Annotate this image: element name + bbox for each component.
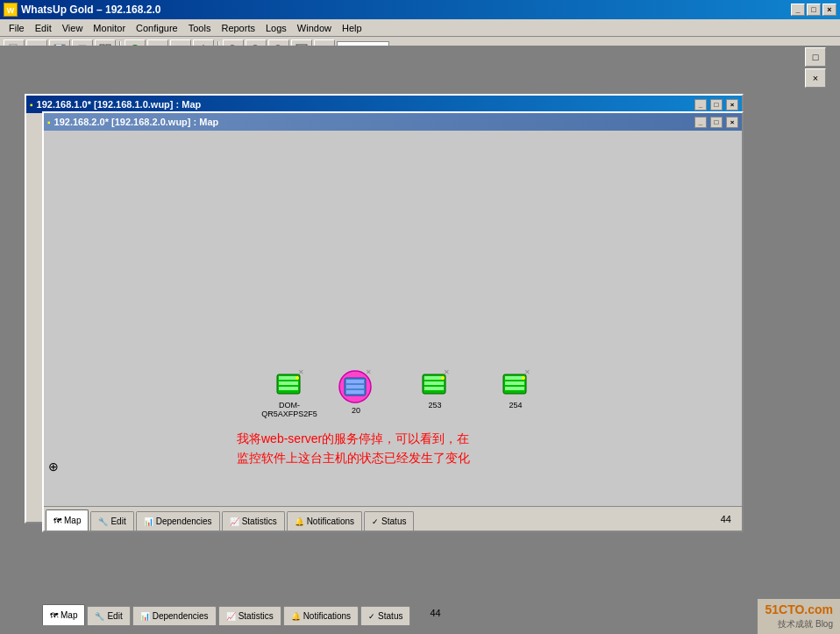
svg-rect-34 bbox=[279, 381, 298, 385]
inner-tab-count: 44 bbox=[721, 514, 731, 524]
outer-tab-map-icon: 🗺 bbox=[50, 611, 58, 620]
device-dom-label: DOM-QR5AXFPS2F5 bbox=[254, 401, 324, 418]
outer-tab-statistics[interactable]: 📈 Statistics bbox=[218, 606, 281, 625]
device-253[interactable]: ✕ 253 bbox=[419, 367, 451, 410]
outer-tab-dependencies-label: Dependencies bbox=[153, 611, 209, 621]
tab-map[interactable]: 🗺 Map bbox=[46, 509, 89, 531]
outer-tab-status[interactable]: ✓ Status bbox=[360, 606, 410, 625]
svg-rect-45 bbox=[424, 376, 444, 380]
close-button[interactable]: × bbox=[822, 4, 836, 16]
main-window: W WhatsUp Gold – 192.168.2.0 _ □ × File … bbox=[0, 0, 840, 634]
svg-rect-46 bbox=[424, 381, 444, 385]
menu-logs[interactable]: Logs bbox=[260, 20, 292, 36]
app-title: WhatsUp Gold – 192.168.2.0 bbox=[21, 4, 160, 16]
inner-window-2-close[interactable]: × bbox=[726, 117, 738, 128]
inner-window-1-minimize[interactable]: _ bbox=[694, 99, 707, 110]
outer-tab-edit[interactable]: 🔧 Edit bbox=[87, 606, 130, 625]
tab-statistics-label: Statistics bbox=[242, 516, 277, 526]
svg-rect-35 bbox=[279, 387, 298, 390]
tab-notifications-icon: 🔔 bbox=[295, 517, 304, 526]
tab-status[interactable]: ✓ Status bbox=[364, 511, 414, 531]
menu-edit[interactable]: Edit bbox=[30, 20, 57, 36]
tab-dependencies-label: Dependencies bbox=[156, 516, 212, 526]
inner-window-1-icon: ▪ bbox=[30, 100, 33, 110]
app-icon: W bbox=[4, 3, 18, 17]
svg-rect-40 bbox=[346, 380, 364, 383]
device-254-icon: ✕ bbox=[500, 367, 531, 399]
watermark: 51CTO.com 技术成就 Blog bbox=[758, 599, 840, 634]
svg-rect-52 bbox=[505, 381, 524, 385]
inner-window-1-title: 192.168.1.0* [192.168.1.0.wup] : Map bbox=[37, 99, 202, 110]
svg-point-36 bbox=[295, 376, 299, 380]
watermark-sub: 技术成就 Blog bbox=[778, 618, 833, 630]
tab-edit-label: Edit bbox=[110, 516, 125, 526]
inner-window-2-title-left: ▪ 192.168.2.0* [192.168.2.0.wup] : Map bbox=[47, 117, 218, 127]
tab-status-label: Status bbox=[381, 516, 406, 526]
menu-window[interactable]: Window bbox=[292, 20, 337, 36]
tab-status-icon: ✓ bbox=[372, 517, 379, 526]
inner-window-2-minimize[interactable]: _ bbox=[694, 117, 707, 128]
outer-tab-notifications-icon: 🔔 bbox=[291, 612, 301, 621]
inner-tab-bar: 🗺 Map 🔧 Edit 📊 Dependencies 📈 Statistics… bbox=[44, 506, 742, 531]
outer-tab-edit-icon: 🔧 bbox=[95, 612, 104, 621]
minimize-button[interactable]: _ bbox=[791, 4, 805, 16]
tab-dependencies[interactable]: 📊 Dependencies bbox=[136, 511, 220, 531]
inner-window-1-maximize[interactable]: □ bbox=[710, 99, 723, 110]
tab-notifications-label: Notifications bbox=[307, 516, 354, 526]
device-dom[interactable]: ✕ DOM-QR5AXFPS2F5 bbox=[254, 367, 324, 418]
tab-edit-icon: 🔧 bbox=[98, 517, 108, 526]
inner-window-2-maximize[interactable]: □ bbox=[710, 117, 723, 128]
device-254-label: 254 bbox=[509, 401, 522, 410]
outer-tab-statistics-icon: 📈 bbox=[226, 612, 236, 621]
map-content: ✕ DOM-QR5AXFPS2F5 ✕ bbox=[44, 131, 742, 504]
outer-tab-bar: 🗺 Map 🔧 Edit 📊 Dependencies 📈 Statistics… bbox=[42, 601, 441, 625]
tab-map-icon: 🗺 bbox=[53, 516, 61, 525]
content-area: □ × ▪ 192.168.1.0* [192.168.1.0.wup] : M… bbox=[0, 46, 840, 634]
menu-monitor[interactable]: Monitor bbox=[88, 20, 131, 36]
resize-restore-button[interactable]: □ bbox=[805, 47, 826, 67]
inner-window-2-title: 192.168.2.0* [192.168.2.0.wup] : Map bbox=[54, 117, 219, 127]
menu-file[interactable]: File bbox=[4, 20, 30, 36]
outer-tab-map[interactable]: 🗺 Map bbox=[42, 604, 85, 625]
device-253-icon: ✕ bbox=[419, 367, 451, 399]
menu-configure[interactable]: Configure bbox=[131, 20, 183, 36]
tab-edit[interactable]: 🔧 Edit bbox=[90, 511, 133, 531]
outer-tab-count: 44 bbox=[430, 608, 440, 618]
device-dom-icon: ✕ bbox=[274, 367, 305, 399]
outer-tab-notifications[interactable]: 🔔 Notifications bbox=[283, 606, 359, 625]
tab-statistics[interactable]: 📈 Statistics bbox=[222, 511, 285, 531]
inner-window-2: ▪ 192.168.2.0* [192.168.2.0.wup] : Map _… bbox=[42, 111, 744, 532]
tab-map-label: Map bbox=[64, 516, 81, 525]
device-20-icon: ✕ bbox=[338, 367, 374, 404]
tab-dependencies-icon: 📊 bbox=[144, 517, 153, 526]
inner-window-2-title-bar: ▪ 192.168.2.0* [192.168.2.0.wup] : Map _… bbox=[44, 113, 742, 131]
outer-tab-status-icon: ✓ bbox=[368, 612, 375, 621]
tab-notifications[interactable]: 🔔 Notifications bbox=[287, 511, 362, 531]
inner-window-1-close[interactable]: × bbox=[726, 99, 738, 110]
menu-help[interactable]: Help bbox=[337, 20, 367, 36]
menu-reports[interactable]: Reports bbox=[216, 20, 260, 36]
outer-tab-notifications-label: Notifications bbox=[303, 611, 351, 621]
outer-tab-dependencies-icon: 📊 bbox=[140, 612, 150, 621]
inner-window-2-buttons: _ □ × bbox=[693, 117, 738, 128]
maximize-button[interactable]: □ bbox=[807, 4, 821, 16]
menu-view[interactable]: View bbox=[57, 20, 89, 36]
outer-tab-edit-label: Edit bbox=[107, 611, 122, 621]
outer-tab-statistics-label: Statistics bbox=[238, 611, 274, 621]
resize-close-button[interactable]: × bbox=[805, 68, 826, 88]
svg-rect-47 bbox=[424, 387, 444, 390]
resize-area: □ × bbox=[805, 47, 831, 100]
outer-tab-dependencies[interactable]: 📊 Dependencies bbox=[132, 606, 217, 625]
device-254[interactable]: ✕ 254 bbox=[500, 367, 531, 410]
svg-rect-51 bbox=[505, 376, 524, 380]
small-icon: ⊕ bbox=[48, 459, 59, 474]
svg-rect-41 bbox=[346, 385, 364, 388]
svg-point-54 bbox=[522, 376, 525, 380]
device-253-label: 253 bbox=[428, 401, 441, 410]
menu-tools[interactable]: Tools bbox=[183, 20, 217, 36]
inner-window-1-buttons: _ □ × bbox=[693, 99, 738, 110]
device-20[interactable]: ✕ 20 bbox=[338, 367, 374, 415]
inner-window-1-title-left: ▪ 192.168.1.0* [192.168.1.0.wup] : Map bbox=[30, 99, 201, 110]
annotation-line2: 监控软件上这台主机的状态已经发生了变化 bbox=[237, 448, 470, 467]
svg-rect-53 bbox=[505, 387, 524, 390]
